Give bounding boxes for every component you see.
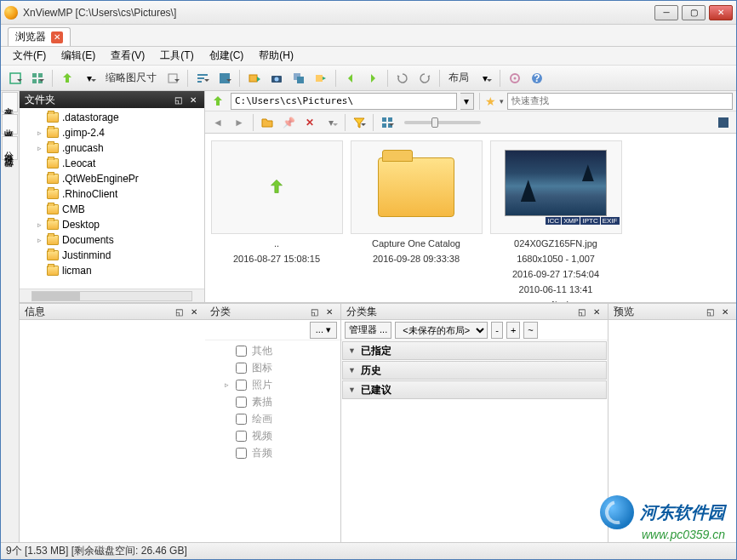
hist-fwd-button[interactable]: ► (230, 113, 249, 132)
tilde-button[interactable]: ~ (523, 322, 537, 339)
tree-item[interactable]: ▹.gnucash (20, 140, 204, 156)
thumbnail-grid[interactable]: ..2016-08-27 15:08:15Capture One Catalog… (205, 134, 736, 302)
expand-icon[interactable] (35, 251, 43, 260)
delete-button[interactable]: ✕ (300, 113, 319, 132)
menu-help[interactable]: 帮助(H) (252, 47, 300, 65)
vtab-filters[interactable]: 分类过滤器 (2, 136, 18, 160)
category-item[interactable]: 素描 (205, 393, 340, 410)
nav-forward-button[interactable] (363, 69, 382, 88)
pin-button[interactable]: 📌 (279, 113, 298, 132)
filter-button[interactable] (215, 69, 234, 88)
expand-icon[interactable] (35, 174, 43, 183)
layout-combo[interactable]: <未保存的布局> (395, 322, 488, 339)
folder-tree[interactable]: .datastorage▹.gimp-2.4▹.gnucash .Leocat … (20, 108, 204, 289)
category-checkbox[interactable] (236, 363, 247, 374)
quicksearch-input[interactable] (507, 93, 734, 110)
category-item[interactable]: 其他 (205, 342, 340, 359)
panel-close-icon[interactable]: ✕ (719, 306, 731, 317)
category-item[interactable]: ▹照片 (205, 376, 340, 393)
minus-button[interactable]: - (491, 322, 503, 339)
accordion-header[interactable]: ▼已建议 (342, 380, 607, 399)
tree-item[interactable]: Justinmind (20, 248, 204, 263)
batch-button[interactable] (289, 69, 308, 88)
thumb-cell[interactable]: ICCXMPIPTCEXIF024X0GZ165FN.jpg1680x1050 … (488, 137, 624, 302)
open-folder-button[interactable] (258, 113, 277, 132)
expand-icon[interactable] (35, 266, 43, 275)
expand-icon[interactable]: ▹ (222, 380, 231, 389)
category-checkbox[interactable] (236, 431, 247, 442)
expand-icon[interactable] (35, 159, 43, 168)
settings-button[interactable] (506, 69, 524, 88)
delete-dd[interactable]: ▾ (322, 113, 340, 132)
expand-icon[interactable] (35, 205, 43, 214)
panel-close-icon[interactable]: ✕ (188, 306, 200, 317)
expand-icon[interactable] (222, 346, 231, 355)
filter-funnel-button[interactable] (350, 113, 368, 132)
expand-icon[interactable] (222, 449, 231, 457)
thumb-size-slider[interactable] (404, 121, 481, 124)
tree-item[interactable]: .RhinoClient (20, 186, 204, 202)
expand-icon[interactable] (222, 431, 231, 440)
panel-float-icon[interactable]: ◱ (173, 306, 185, 317)
menu-edit[interactable]: 编辑(E) (54, 47, 102, 65)
menu-tools[interactable]: 工具(T) (153, 47, 200, 65)
thumb-cell[interactable]: Capture One Catalog2016-09-28 09:33:38 (348, 137, 484, 268)
help-button[interactable]: ? (528, 69, 546, 88)
address-input[interactable] (231, 93, 457, 110)
menu-create[interactable]: 创建(C) (203, 47, 251, 65)
panel-float-icon[interactable]: ◱ (704, 306, 716, 317)
layout-dd[interactable]: ▾ (476, 69, 494, 88)
view-mode-button[interactable] (28, 69, 47, 88)
tree-item[interactable]: ▹Desktop (20, 217, 204, 232)
tree-item[interactable]: CMB (20, 202, 204, 217)
plus-button[interactable]: + (506, 322, 520, 339)
category-item[interactable]: 图标 (205, 359, 340, 376)
rotate-cw-button[interactable] (415, 69, 434, 88)
favorite-dd-icon[interactable]: ▾ (500, 97, 504, 106)
manager-button[interactable]: 管理器 ... (345, 322, 391, 339)
nav-back-button[interactable] (341, 69, 360, 88)
up-button[interactable] (58, 69, 77, 88)
expand-icon[interactable] (222, 363, 231, 372)
panel-close-icon[interactable]: ✕ (591, 306, 603, 317)
addr-up-button[interactable] (209, 92, 227, 111)
close-button[interactable]: ✕ (709, 5, 733, 20)
tab-browser[interactable]: 浏览器 ✕ (8, 27, 71, 46)
accordion-header[interactable]: ▼已指定 (342, 341, 607, 360)
category-checkbox[interactable] (236, 346, 247, 357)
expand-icon[interactable]: ▹ (35, 144, 43, 152)
minimize-button[interactable]: ─ (654, 5, 678, 20)
tree-hscrollbar[interactable] (20, 289, 204, 302)
panel-float-icon[interactable]: ◱ (172, 94, 184, 106)
expand-icon[interactable] (222, 414, 231, 423)
size-preset-button[interactable] (163, 69, 182, 88)
panel-float-icon[interactable]: ◱ (308, 306, 320, 317)
tree-item[interactable]: .QtWebEnginePr (20, 171, 204, 186)
maximize-button[interactable]: ▢ (682, 5, 706, 20)
expand-icon[interactable]: ▹ (35, 236, 43, 244)
category-menu-button[interactable]: ... ▾ (310, 322, 337, 339)
category-item[interactable]: 音频 (205, 444, 340, 461)
hist-back-button[interactable]: ◄ (209, 113, 227, 132)
expand-icon[interactable]: ▹ (35, 129, 43, 137)
expand-icon[interactable]: ▹ (35, 220, 43, 229)
acquire-button[interactable] (267, 69, 286, 88)
favorite-icon[interactable]: ★ (485, 94, 496, 108)
tree-item[interactable]: .datastorage (20, 110, 204, 125)
convert-button[interactable] (311, 69, 330, 88)
category-checkbox[interactable] (236, 380, 247, 391)
fullscreen-button[interactable] (6, 69, 25, 88)
tree-item[interactable]: .Leocat (20, 156, 204, 171)
expand-icon[interactable] (35, 113, 43, 122)
thumb-cell[interactable]: ..2016-08-27 15:08:15 (209, 137, 345, 268)
sort-button[interactable] (193, 69, 212, 88)
category-checkbox[interactable] (236, 414, 247, 425)
vtab-favorites[interactable]: 收藏夹 (2, 114, 18, 134)
toggle-panel-button[interactable] (714, 113, 733, 132)
menu-view[interactable]: 查看(V) (104, 47, 151, 65)
address-history-dd[interactable]: ▾ (460, 93, 474, 110)
expand-icon[interactable] (35, 190, 43, 198)
menu-file[interactable]: 文件(F) (6, 47, 53, 65)
tree-item[interactable]: ▹.gimp-2.4 (20, 125, 204, 140)
tree-item[interactable]: licman (20, 263, 204, 278)
